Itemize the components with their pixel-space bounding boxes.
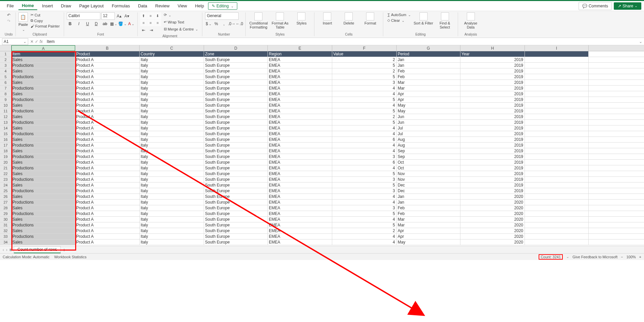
merge-centre-button[interactable]: ⊟Merge & Centre (162, 26, 200, 32)
cell-H2[interactable]: 2019 (460, 57, 525, 62)
sheet-nav-prev-icon[interactable]: ‹ (3, 248, 4, 252)
cell-E13[interactable]: EMEA (268, 120, 332, 125)
cell-D6[interactable]: South Europe (204, 80, 268, 85)
cell-A11[interactable]: Productions (11, 108, 75, 114)
cell-E4[interactable]: EMEA (268, 68, 332, 74)
tab-file[interactable]: File (3, 2, 17, 10)
cell-B14[interactable]: Product A (75, 125, 140, 131)
paste-icon[interactable]: 📋 (18, 12, 28, 22)
cell-B33[interactable]: Product A (75, 234, 140, 239)
cell-C13[interactable]: Italy (140, 120, 204, 125)
cell-H34[interactable]: 2020 (460, 239, 525, 245)
cell-D3[interactable]: South Europe (204, 63, 268, 68)
cell-F26[interactable]: 4 (332, 194, 397, 199)
percent-button[interactable]: % (213, 20, 219, 27)
sheet-nav-next-icon[interactable]: › (6, 248, 7, 252)
cell-C30[interactable]: Italy (140, 217, 204, 222)
cell-B20[interactable]: Product A (75, 160, 140, 165)
decrease-font-icon[interactable]: A▾ (123, 13, 130, 19)
cell-F32[interactable]: 2 (332, 228, 397, 233)
cell-I12[interactable] (525, 114, 589, 119)
cell-E17[interactable]: EMEA (268, 143, 332, 148)
cell-G4[interactable]: Feb (397, 68, 460, 74)
cell-E8[interactable]: EMEA (268, 91, 332, 97)
cell-I25[interactable] (525, 188, 589, 194)
expand-formula-bar-icon[interactable]: ⌄ (637, 39, 644, 44)
cell-A30[interactable]: Sales (11, 217, 75, 222)
copy-button[interactable]: ⧉Copy (29, 18, 61, 23)
cell-F14[interactable]: 4 (332, 125, 397, 131)
cell-I9[interactable] (525, 97, 589, 102)
cell-I20[interactable] (525, 160, 589, 165)
row-header-24[interactable]: 24 (0, 182, 11, 188)
cell-A25[interactable]: Productions (11, 188, 75, 194)
cell-B24[interactable]: Product A (75, 182, 140, 188)
cell-G30[interactable]: Mar (397, 217, 460, 222)
cell-C15[interactable]: Italy (140, 131, 204, 137)
cell-E3[interactable]: EMEA (268, 63, 332, 68)
cell-C27[interactable]: Italy (140, 200, 204, 205)
cell-D7[interactable]: South Europe (204, 86, 268, 91)
new-sheet-icon[interactable]: + (63, 247, 65, 253)
fill-color-button[interactable]: 🪣 (119, 20, 126, 27)
cell-F18[interactable]: 4 (332, 148, 397, 154)
cell-B32[interactable]: Product A (75, 228, 140, 233)
select-all-corner[interactable] (0, 45, 11, 51)
cell-G24[interactable]: Dec (397, 182, 460, 188)
row-header-10[interactable]: 10 (0, 103, 11, 108)
cell-G10[interactable]: May (397, 103, 460, 108)
double-underline-button[interactable]: D (93, 20, 100, 27)
cell-A28[interactable]: Sales (11, 205, 75, 211)
cell-B29[interactable]: Product A (75, 211, 140, 216)
cell-G15[interactable]: Jul (397, 131, 460, 137)
cell-A23[interactable]: Productions (11, 177, 75, 182)
sort-filter-button[interactable]: Sort & Filter (413, 12, 434, 25)
cell-C25[interactable]: Italy (140, 188, 204, 194)
zoom-out-icon[interactable]: − (621, 255, 623, 259)
cell-B9[interactable]: Product A (75, 97, 140, 102)
cell-H17[interactable]: 2019 (460, 143, 525, 148)
cancel-formula-icon[interactable]: ✕ (30, 39, 34, 44)
cell-G27[interactable]: Jan (397, 200, 460, 205)
cell-C22[interactable]: Italy (140, 171, 204, 176)
cell-C11[interactable]: Italy (140, 108, 204, 114)
cell-B30[interactable]: Product A (75, 217, 140, 222)
format-as-table-button[interactable]: Format As Table (270, 12, 290, 29)
header-cell-I[interactable] (525, 51, 589, 57)
col-header-C[interactable]: C (140, 45, 204, 51)
cell-E12[interactable]: EMEA (268, 114, 332, 119)
cell-A22[interactable]: Sales (11, 171, 75, 176)
cell-H24[interactable]: 2019 (460, 182, 525, 188)
cell-G32[interactable]: Apr (397, 228, 460, 233)
cell-B22[interactable]: Product A (75, 171, 140, 176)
cell-D4[interactable]: South Europe (204, 68, 268, 74)
cell-A5[interactable]: Productions (11, 74, 75, 79)
cell-A26[interactable]: Sales (11, 194, 75, 199)
redo-icon[interactable]: ↷ (6, 18, 11, 24)
row-header-13[interactable]: 13 (0, 120, 11, 125)
row-header-28[interactable]: 28 (0, 205, 11, 211)
cell-G28[interactable]: Feb (397, 205, 460, 211)
cell-I14[interactable] (525, 125, 589, 131)
cell-D10[interactable]: South Europe (204, 103, 268, 108)
cell-A21[interactable]: Productions (11, 165, 75, 171)
cell-C16[interactable]: Italy (140, 137, 204, 142)
cell-H16[interactable]: 2019 (460, 137, 525, 142)
col-header-H[interactable]: H (460, 45, 525, 51)
cell-H31[interactable]: 2020 (460, 222, 525, 228)
tab-insert[interactable]: Insert (39, 2, 56, 10)
header-cell-D[interactable]: Zone (204, 51, 268, 57)
cut-button[interactable]: ✂Cut (29, 12, 61, 17)
cell-F24[interactable]: 5 (332, 182, 397, 188)
row-header-2[interactable]: 2 (0, 57, 11, 62)
cell-G14[interactable]: Jul (397, 125, 460, 131)
feedback-link[interactable]: Give Feedback to Microsoft (573, 255, 617, 259)
cell-F29[interactable]: 5 (332, 211, 397, 216)
align-left-icon[interactable]: ≡ (140, 19, 147, 26)
cell-I7[interactable] (525, 86, 589, 91)
cell-G16[interactable]: Aug (397, 137, 460, 142)
cell-D17[interactable]: South Europe (204, 143, 268, 148)
worksheet-grid[interactable]: 1ItemProductCountryZoneRegionValuePeriod… (0, 51, 644, 246)
cell-I15[interactable] (525, 131, 589, 137)
cell-B28[interactable]: Product A (75, 205, 140, 211)
